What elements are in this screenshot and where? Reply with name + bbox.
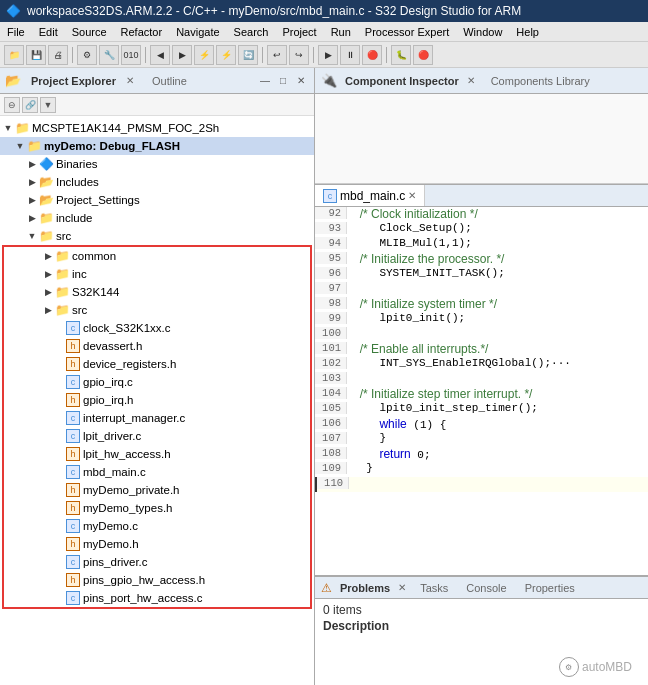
toolbar-btn-16[interactable]: 🔴 xyxy=(362,45,382,65)
line-number: 99 xyxy=(315,312,347,324)
toolbar-btn-18[interactable]: 🔴 xyxy=(413,45,433,65)
common-icon: 📁 xyxy=(54,248,70,264)
close-panel-icon[interactable]: ✕ xyxy=(293,73,309,89)
collapse-all-btn[interactable]: ⊖ xyxy=(4,97,20,113)
tree-gpio-irq-c[interactable]: c gpio_irq.c xyxy=(4,373,310,391)
tree-src[interactable]: ▼ 📁 src xyxy=(0,227,314,245)
tree-pins-driver[interactable]: c pins_driver.c xyxy=(4,553,310,571)
proj-settings-label: Project_Settings xyxy=(56,194,140,206)
tree-lpit-driver[interactable]: c lpit_driver.c xyxy=(4,427,310,445)
toolbar-sep-2 xyxy=(145,47,146,63)
tree-s32k144[interactable]: ▶ 📁 S32K144 xyxy=(4,283,310,301)
mydemo-label: myDemo: Debug_FLASH xyxy=(44,140,180,152)
tree-common[interactable]: ▶ 📁 common xyxy=(4,247,310,265)
menu-source[interactable]: Source xyxy=(65,24,114,40)
tree-pins-gpio-hw[interactable]: h pins_gpio_hw_access.h xyxy=(4,571,310,589)
tree-mydemo[interactable]: ▼ 📁 myDemo: Debug_FLASH xyxy=(0,137,314,155)
menu-processor-expert[interactable]: Processor Expert xyxy=(358,24,456,40)
toolbar-btn-13[interactable]: ↪ xyxy=(289,45,309,65)
 xyxy=(54,322,66,334)
tree-root[interactable]: ▼ 📁 MCSPTE1AK144_PMSM_FOC_2Sh xyxy=(0,119,314,137)
outline-tab[interactable]: Outline xyxy=(148,74,191,88)
menu-window[interactable]: Window xyxy=(456,24,509,40)
toolbar-btn-8[interactable]: ▶ xyxy=(172,45,192,65)
link-editor-btn[interactable]: 🔗 xyxy=(22,97,38,113)
toolbar-btn-9[interactable]: ⚡ xyxy=(194,45,214,65)
tree-lpit-hw[interactable]: h lpit_hw_access.h xyxy=(4,445,310,463)
tasks-tab[interactable]: Tasks xyxy=(416,581,452,595)
tree-includes[interactable]: ▶ 📂 Includes xyxy=(0,173,314,191)
tree-devassert[interactable]: h devassert.h xyxy=(4,337,310,355)
menu-search[interactable]: Search xyxy=(227,24,276,40)
toolbar-btn-1[interactable]: 📁 xyxy=(4,45,24,65)
components-library-tab[interactable]: Components Library xyxy=(487,74,594,88)
code-line: 101 /* Enable all interrupts.*/ xyxy=(315,342,648,357)
tree-project-settings[interactable]: ▶ 📂 Project_Settings xyxy=(0,191,314,209)
tree-settings-btn[interactable]: ▼ xyxy=(40,97,56,113)
tree-mbd-main[interactable]: c mbd_main.c xyxy=(4,463,310,481)
left-panel-header: 📂 Project Explorer ✕ Outline — □ ✕ xyxy=(0,68,314,94)
tree-clock-s32k1xx[interactable]: c clock_S32K1xx.c xyxy=(4,319,310,337)
menu-project[interactable]: Project xyxy=(275,24,323,40)
menu-navigate[interactable]: Navigate xyxy=(169,24,226,40)
toolbar-btn-4[interactable]: ⚙ xyxy=(77,45,97,65)
mydemo-private-icon: h xyxy=(66,483,80,497)
toolbar-btn-2[interactable]: 💾 xyxy=(26,45,46,65)
editor-tab-label: mbd_main.c xyxy=(340,189,405,203)
tree-binaries[interactable]: ▶ 🔷 Binaries xyxy=(0,155,314,173)
tree-mydemo-c[interactable]: c myDemo.c xyxy=(4,517,310,535)
line-number: 104 xyxy=(315,387,347,399)
toolbar-btn-5[interactable]: 🔧 xyxy=(99,45,119,65)
inspector-close-btn[interactable]: ✕ xyxy=(467,75,475,86)
toolbar-btn-7[interactable]: ◀ xyxy=(150,45,170,65)
properties-tab[interactable]: Properties xyxy=(521,581,579,595)
tree-pins-port-hw[interactable]: c pins_port_hw_access.c xyxy=(4,589,310,607)
toolbar-sep-4 xyxy=(313,47,314,63)
code-area[interactable]: 92 /* Clock initialization */93 Clock_Se… xyxy=(315,207,648,575)
src-label: src xyxy=(56,230,71,242)
menu-run[interactable]: Run xyxy=(324,24,358,40)
toolbar-btn-6[interactable]: 010 xyxy=(121,45,141,65)
toolbar-btn-17[interactable]: 🐛 xyxy=(391,45,411,65)
problems-tab[interactable]: Problems xyxy=(336,581,394,595)
toolbar-btn-15[interactable]: ⏸ xyxy=(340,45,360,65)
problems-close-btn[interactable]: ✕ xyxy=(398,582,406,593)
menu-refactor[interactable]: Refactor xyxy=(114,24,170,40)
menu-file[interactable]: File xyxy=(0,24,32,40)
editor-tab-close[interactable]: ✕ xyxy=(408,190,416,201)
maximize-icon[interactable]: □ xyxy=(275,73,291,89)
tree-mydemo-types[interactable]: h myDemo_types.h xyxy=(4,499,310,517)
interrupt-manager-label: interrupt_manager.c xyxy=(83,412,185,424)
code-line: 110 xyxy=(315,477,648,492)
menu-help[interactable]: Help xyxy=(509,24,546,40)
tree-inc[interactable]: ▶ 📁 inc xyxy=(4,265,310,283)
problems-icon: ⚠ xyxy=(321,581,332,595)
toolbar-btn-3[interactable]: 🖨 xyxy=(48,45,68,65)
interrupt-manager-icon: c xyxy=(66,411,80,425)
pins-port-hw-label: pins_port_hw_access.c xyxy=(83,592,203,604)
tree-mydemo-private[interactable]: h myDemo_private.h xyxy=(4,481,310,499)
editor-tab-mbd-main[interactable]: c mbd_main.c ✕ xyxy=(315,185,425,206)
project-explorer-tab[interactable]: Project Explorer xyxy=(27,74,120,88)
mydemo-c-icon: c xyxy=(66,519,80,533)
tree-include[interactable]: ▶ 📁 include xyxy=(0,209,314,227)
toolbar-btn-10[interactable]: ⚡ xyxy=(216,45,236,65)
console-tab[interactable]: Console xyxy=(462,581,510,595)
tree-gpio-irq-h[interactable]: h gpio_irq.h xyxy=(4,391,310,409)
inspector-tab[interactable]: Component Inspector xyxy=(341,74,463,88)
tree-mydemo-h[interactable]: h myDemo.h xyxy=(4,535,310,553)
src-arrow: ▼ xyxy=(26,230,38,242)
tree-view[interactable]: ▼ 📁 MCSPTE1AK144_PMSM_FOC_2Sh ▼ 📁 myDemo… xyxy=(0,116,314,685)
toolbar-sep-1 xyxy=(72,47,73,63)
tree-src-sub[interactable]: ▶ 📁 src xyxy=(4,301,310,319)
s32k144-label: S32K144 xyxy=(72,286,119,298)
tree-device-registers[interactable]: h device_registers.h xyxy=(4,355,310,373)
minimize-icon[interactable]: — xyxy=(257,73,273,89)
tree-interrupt-manager[interactable]: c interrupt_manager.c xyxy=(4,409,310,427)
toolbar-btn-12[interactable]: ↩ xyxy=(267,45,287,65)
toolbar-btn-14[interactable]: ▶ xyxy=(318,45,338,65)
menu-edit[interactable]: Edit xyxy=(32,24,65,40)
line-number: 96 xyxy=(315,267,347,279)
toolbar-btn-11[interactable]: 🔄 xyxy=(238,45,258,65)
tab-close-btn[interactable]: ✕ xyxy=(126,75,134,86)
